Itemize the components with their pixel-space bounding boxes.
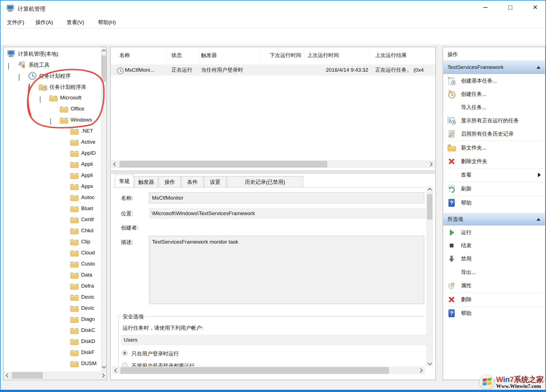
action-item-帮助[interactable]: ?帮助 xyxy=(443,307,545,320)
tree-scroll-right-button[interactable] xyxy=(99,372,106,379)
action-item-结束[interactable]: 结束 xyxy=(443,239,545,252)
action-item-帮助[interactable]: ?帮助 xyxy=(443,197,545,209)
action-item-新文件夹[interactable]: 新文件夹... xyxy=(443,141,545,154)
tree-vscrollbar[interactable] xyxy=(101,47,107,372)
tab-历史记录-已禁用[interactable]: 历史记录(已禁用) xyxy=(227,176,303,188)
tree-item-defra[interactable]: Defra xyxy=(4,281,101,292)
tree-item-net[interactable]: .NET xyxy=(4,126,101,137)
chevron-down-icon[interactable] xyxy=(40,96,40,102)
tree-item-任务计划程序[interactable]: 任务计划程序 xyxy=(4,70,101,81)
tree-item-diskc[interactable]: DiskC xyxy=(4,325,101,336)
tree-scroll-left-button[interactable] xyxy=(4,372,11,379)
action-item-删除[interactable]: 删除 xyxy=(443,293,545,306)
details-hscroll-thumb[interactable] xyxy=(120,367,389,374)
tree-item-cloud[interactable]: Cloud xyxy=(4,247,101,259)
action-item-导入任务[interactable]: 导入任务... xyxy=(443,101,545,114)
tree-item-label: DiskC xyxy=(81,327,95,333)
details-scroll-up-button[interactable] xyxy=(426,186,433,194)
action-section-header-所选项[interactable]: 所选项 xyxy=(443,213,545,225)
action-item-删除文件夹[interactable]: 删除文件夹 xyxy=(443,155,545,168)
tree-item-chkd[interactable]: Chkd xyxy=(4,225,101,236)
folder-icon xyxy=(70,304,79,313)
radio-run-only-logged-on[interactable] xyxy=(122,350,127,356)
list-scroll-right-button[interactable] xyxy=(427,161,434,167)
action-item-创建基本任务[interactable]: 创建基本任务... xyxy=(443,74,545,87)
tab-触发器[interactable]: 触发器 xyxy=(134,176,158,188)
column-header-名称[interactable]: 名称 xyxy=(119,50,164,60)
tree-item-label: Office xyxy=(71,106,84,112)
menu-item-帮助-h[interactable]: 帮助(H) xyxy=(98,19,116,26)
menu-item-操作-a[interactable]: 操作(A) xyxy=(35,19,53,26)
tree-item-计算机管理-本地[interactable]: 计算机管理(本地) xyxy=(4,48,101,59)
action-item-禁用[interactable]: 禁用 xyxy=(443,252,545,265)
tree-item-office[interactable]: Office xyxy=(4,104,101,115)
action-item-显示所有正在运行的任务[interactable]: 显示所有正在运行的任务 xyxy=(443,114,545,127)
folder-icon xyxy=(70,271,79,279)
tree-item-diskd[interactable]: DiskD xyxy=(4,336,101,347)
details-vscroll-thumb[interactable] xyxy=(427,194,432,220)
tree-item-任务计划程序库[interactable]: 任务计划程序库 xyxy=(4,81,101,92)
tree-item-appid[interactable]: AppID xyxy=(4,148,101,159)
list-hscroll-thumb[interactable] xyxy=(119,161,327,167)
folder-icon xyxy=(49,94,58,102)
action-item-启用所有任务历史记录[interactable]: 启用所有任务历史记录 xyxy=(443,128,545,140)
action-item-导出[interactable]: 导出... xyxy=(443,266,545,279)
maximize-button[interactable] xyxy=(502,1,518,14)
column-header-状态[interactable]: 状态 xyxy=(171,50,198,60)
tree-item-microsoft[interactable]: Microsoft xyxy=(4,92,101,104)
tree-item-dusm[interactable]: DUSM xyxy=(4,358,101,369)
tree-item-certif[interactable]: Certif xyxy=(4,214,101,225)
tree-scroll-down-button[interactable] xyxy=(101,363,107,370)
app-icon xyxy=(6,4,15,13)
tree-item-devic[interactable]: Devic xyxy=(4,292,101,303)
menu-item-文件-f[interactable]: 文件(F) xyxy=(7,19,24,26)
tree-vscroll-thumb[interactable] xyxy=(101,55,106,81)
details-scroll-down-button[interactable] xyxy=(426,359,433,367)
close-button[interactable]: ✕ xyxy=(527,1,543,14)
chevron-down-icon[interactable] xyxy=(8,63,9,69)
action-item-属性[interactable]: 属性 xyxy=(443,279,545,292)
tree-item-active[interactable]: Active xyxy=(4,137,101,148)
tree-item-autoc[interactable]: Autoc xyxy=(4,192,101,203)
menu-item-查看-v[interactable]: 查看(V) xyxy=(67,19,84,26)
action-item-查看[interactable]: 查看 xyxy=(443,169,545,181)
tree-item-系统工具[interactable]: 系统工具 xyxy=(4,59,101,70)
tree-item-appli[interactable]: Appli xyxy=(4,159,101,170)
action-item-label: 运行 xyxy=(461,229,472,236)
column-header-上次运行结果[interactable]: 上次运行结果 xyxy=(375,50,431,60)
task-list-rows: MsCtfMoni...正在运行当任何用户登录时2016/4/14 9:43:3… xyxy=(110,65,436,159)
action-item-创建任务[interactable]: 创建任务... xyxy=(443,88,545,100)
task-row-msctfmoni[interactable]: MsCtfMoni...正在运行当任何用户登录时2016/4/14 9:43:3… xyxy=(110,65,436,76)
tab-条件[interactable]: 条件 xyxy=(181,176,204,188)
tree-hscroll-thumb[interactable] xyxy=(12,372,43,379)
tree-item-diagn[interactable]: Diagn xyxy=(4,314,101,325)
tree-item-label: Custo xyxy=(81,261,95,267)
list-scroll-left-button[interactable] xyxy=(112,161,119,167)
action-section-header-textservicesframework[interactable]: TextServicesFramework xyxy=(443,61,545,74)
tree-item-diskf[interactable]: DiskF xyxy=(4,347,101,358)
tree-item-bluet[interactable]: Bluet xyxy=(4,203,101,214)
tab-设置[interactable]: 设置 xyxy=(204,176,226,188)
tree-scroll-up-button[interactable] xyxy=(101,48,107,55)
chevron-down-icon[interactable] xyxy=(19,74,19,80)
tree-item-windows[interactable]: Windows xyxy=(4,115,101,126)
tab-常规[interactable]: 常规 xyxy=(115,175,134,188)
tree-item-data[interactable]: Data xyxy=(4,270,101,281)
tree-item-devic[interactable]: Devic xyxy=(4,303,101,314)
column-header-下次运行时间[interactable]: 下次运行时间 xyxy=(238,50,301,60)
minimize-button[interactable] xyxy=(477,1,493,14)
tree-item-appli[interactable]: Appli xyxy=(4,170,101,181)
column-divider xyxy=(304,49,304,61)
action-item-运行[interactable]: 运行 xyxy=(443,226,545,239)
tree-item-custo[interactable]: Custo xyxy=(4,259,101,270)
chevron-down-icon[interactable] xyxy=(50,118,51,125)
action-item-label: 查看 xyxy=(461,171,472,179)
action-item-刷新[interactable]: 刷新 xyxy=(443,182,545,195)
tab-操作[interactable]: 操作 xyxy=(159,176,181,188)
tree-item-appx[interactable]: Appx xyxy=(4,181,101,192)
chevron-down-icon[interactable] xyxy=(29,85,30,91)
tree-item-clip[interactable]: Clip xyxy=(4,236,101,247)
details-scroll-right-button[interactable] xyxy=(417,367,424,374)
column-header-上次运行时间[interactable]: 上次运行时间 xyxy=(307,50,368,60)
details-scroll-left-button[interactable] xyxy=(113,367,120,374)
